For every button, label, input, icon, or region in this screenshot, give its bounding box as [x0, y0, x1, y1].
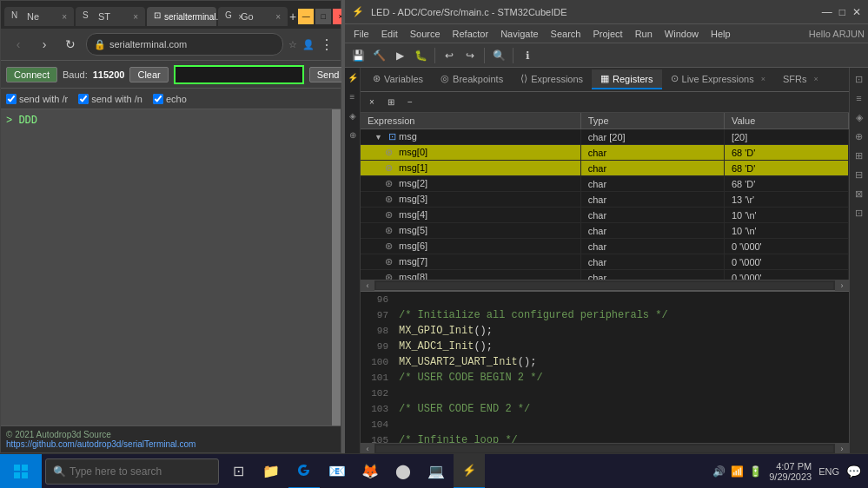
var-expand-btn[interactable]: ⊞: [383, 95, 399, 110]
right-icon-7[interactable]: ⊠: [851, 186, 867, 201]
tray-icon-1[interactable]: 🔊: [712, 465, 726, 478]
taskbar-taskview[interactable]: ⊡: [222, 454, 254, 489]
expand-icon[interactable]: ▼: [374, 133, 382, 142]
table-row[interactable]: ⊛ msg[7] char 0 '\000': [361, 254, 849, 270]
browser-maximize-button[interactable]: □: [315, 9, 331, 24]
taskbar-firefox[interactable]: 🦊: [354, 454, 386, 489]
right-icon-5[interactable]: ⊞: [851, 148, 867, 163]
table-hscrollbar[interactable]: ‹ ›: [361, 280, 849, 290]
checkbox-send-r-input[interactable]: [6, 94, 17, 104]
table-row[interactable]: ▼ ⊡ msg char [20] [20]: [361, 129, 849, 145]
send-input[interactable]: [174, 65, 304, 84]
menu-source[interactable]: Source: [405, 27, 446, 41]
taskbar-edge[interactable]: [288, 454, 320, 489]
bookmark-icon[interactable]: ☆: [288, 39, 297, 50]
tab-registers[interactable]: ▦ Registers: [592, 69, 661, 89]
start-button[interactable]: [0, 454, 42, 489]
clear-button[interactable]: Clear: [129, 67, 168, 82]
ide-maximize-button[interactable]: □: [839, 6, 845, 18]
address-bar[interactable]: 🔒: [86, 33, 283, 56]
menu-help[interactable]: Help: [706, 27, 736, 41]
tool-btn-redo[interactable]: ↪: [461, 46, 480, 65]
browser-tab-st[interactable]: S ST ×: [76, 7, 145, 26]
code-content[interactable]: 96 97 /* Initialize all configured perip…: [361, 292, 849, 443]
tab-live-expressions[interactable]: ⊙ Live Expressions ×: [662, 69, 774, 89]
menu-window[interactable]: Window: [659, 27, 704, 41]
scroll-right-btn[interactable]: ›: [835, 280, 849, 291]
tool-btn-info[interactable]: ℹ: [518, 46, 537, 65]
menu-run[interactable]: Run: [630, 27, 658, 41]
tab-variables[interactable]: ⊛ Variables: [364, 69, 432, 89]
tab-close-st[interactable]: ×: [133, 12, 138, 22]
right-icon-2[interactable]: ≡: [851, 90, 867, 106]
taskbar-app6[interactable]: 💻: [421, 454, 452, 489]
taskbar-search[interactable]: 🔍: [45, 458, 219, 485]
right-icon-8[interactable]: ⊡: [851, 205, 867, 221]
var-remove-btn[interactable]: −: [402, 95, 418, 110]
menu-edit[interactable]: Edit: [376, 27, 403, 41]
refresh-button[interactable]: ↻: [60, 34, 81, 55]
table-row[interactable]: ⊛ msg[0] char 68 'D': [361, 145, 849, 161]
tool-btn-3[interactable]: ▶: [390, 46, 409, 65]
table-row[interactable]: ⊛ msg[2] char 68 'D': [361, 176, 849, 192]
tab-sfrs[interactable]: SFRs ×: [774, 70, 827, 89]
tab-close-ne[interactable]: ×: [62, 12, 67, 22]
right-icon-1[interactable]: ⊡: [851, 71, 867, 87]
var-collapse-btn[interactable]: ×: [364, 95, 380, 110]
checkbox-send-r[interactable]: send with /r: [6, 94, 68, 104]
tool-btn-2[interactable]: 🔨: [369, 46, 388, 65]
checkbox-echo[interactable]: echo: [153, 94, 187, 104]
right-icon-6[interactable]: ⊟: [851, 167, 867, 182]
checkbox-send-n-input[interactable]: [78, 94, 89, 104]
checkbox-send-n[interactable]: send with /n: [78, 94, 142, 104]
table-row[interactable]: ⊛ msg[5] char 10 '\n': [361, 223, 849, 239]
taskbar-search-input[interactable]: [70, 465, 209, 478]
taskbar-ide[interactable]: ⚡: [454, 454, 485, 489]
gutter-icon-2[interactable]: ≡: [347, 90, 359, 102]
gutter-icon-1[interactable]: ⚡: [347, 71, 359, 83]
code-scroll-right[interactable]: ›: [835, 444, 849, 454]
menu-file[interactable]: File: [348, 27, 374, 41]
tool-btn-debug[interactable]: 🐛: [411, 46, 430, 65]
tab-close-go[interactable]: ×: [275, 12, 281, 22]
forward-button[interactable]: ›: [34, 34, 55, 55]
right-icon-4[interactable]: ⊕: [851, 129, 867, 144]
table-row[interactable]: ⊛ msg[6] char 0 '\000': [361, 239, 849, 254]
gutter-icon-3[interactable]: ◈: [347, 109, 359, 122]
menu-search[interactable]: Search: [546, 27, 586, 41]
taskbar-chrome[interactable]: ⬤: [388, 454, 419, 489]
scroll-left-btn[interactable]: ‹: [361, 280, 374, 291]
menu-refactor[interactable]: Refactor: [447, 27, 494, 41]
table-row[interactable]: ⊛ msg[8] char 0 '\000': [361, 270, 849, 280]
terminal-scrollbar[interactable]: [332, 109, 341, 425]
tray-icon-3[interactable]: 🔋: [749, 465, 762, 478]
browser-tab-ne[interactable]: N Ne ×: [4, 7, 74, 26]
taskbar-fileexplorer[interactable]: 📁: [255, 454, 287, 489]
table-row[interactable]: ⊛ msg[1] char 68 'D': [361, 161, 849, 176]
ide-close-button[interactable]: ✕: [852, 6, 861, 18]
connect-button[interactable]: Connect: [6, 67, 57, 82]
address-input[interactable]: [109, 39, 275, 49]
checkbox-echo-input[interactable]: [153, 94, 163, 104]
back-button[interactable]: ‹: [8, 34, 29, 55]
profile-icon[interactable]: 👤: [302, 39, 315, 50]
tool-btn-undo[interactable]: ↩: [440, 46, 459, 65]
browser-tab-serial[interactable]: ⊡ serialterminal.com ×: [147, 7, 216, 26]
right-icon-3[interactable]: ◈: [851, 109, 867, 125]
code-scroll-left[interactable]: ‹: [361, 444, 374, 454]
tab-close-serial[interactable]: ×: [238, 12, 243, 22]
tool-btn-1[interactable]: 💾: [348, 46, 368, 65]
new-tab-button[interactable]: +: [289, 6, 296, 27]
ide-minimize-button[interactable]: —: [822, 6, 832, 18]
clock[interactable]: 4:07 PM 9/29/2023: [769, 461, 812, 482]
code-hscrollbar[interactable]: ‹ ›: [361, 443, 849, 453]
gutter-icon-4[interactable]: ⊕: [347, 129, 359, 141]
browser-minimize-button[interactable]: —: [298, 9, 314, 24]
tab-sfrs-close[interactable]: ×: [813, 75, 818, 83]
tool-btn-search[interactable]: 🔍: [489, 46, 508, 65]
tab-live-close[interactable]: ×: [761, 75, 765, 83]
browser-menu-button[interactable]: ⋮: [320, 36, 334, 53]
tab-breakpoints[interactable]: ◎ Breakpoints: [432, 69, 512, 89]
menu-project[interactable]: Project: [587, 27, 627, 41]
tab-expressions[interactable]: ⟨⟩ Expressions: [512, 69, 592, 89]
